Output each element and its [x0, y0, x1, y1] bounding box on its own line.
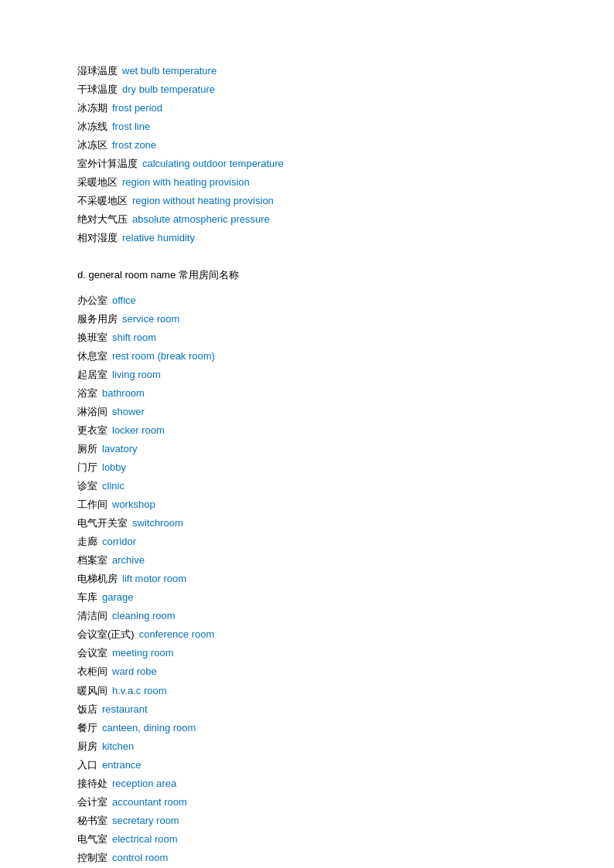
term-row: 冰冻线frost line [77, 117, 537, 136]
term-zh: 不采暖地区 [77, 192, 128, 210]
room-term-en: reception area [112, 774, 176, 793]
room-term-zh: 餐厅 [77, 719, 97, 737]
term-row: 湿球温度wet bulb temperature [77, 62, 537, 80]
term-row: 干球温度dry bulb temperature [77, 80, 537, 99]
room-term-en: control room [112, 849, 168, 867]
term-zh: 冰冻期 [77, 99, 107, 117]
room-term-zh: 入口 [77, 756, 97, 774]
room-term-zh: 门厅 [77, 458, 97, 477]
room-term-zh: 浴室 [77, 384, 97, 403]
term-zh: 采暖地区 [77, 173, 118, 192]
term-en: relative humidity [122, 229, 195, 247]
room-term-en: living room [112, 366, 161, 384]
room-term-row: 厨房kitchen [77, 737, 537, 756]
room-term-en: lobby [102, 458, 126, 477]
room-term-row: 走廊corridor [77, 533, 537, 551]
room-term-en: bathroom [102, 384, 145, 403]
term-row: 相对湿度relative humidity [77, 229, 537, 247]
term-en: frost line [112, 117, 150, 136]
room-term-row: 淋浴间shower [77, 403, 537, 421]
term-en: frost zone [112, 136, 156, 155]
room-term-row: 控制室control room [77, 849, 537, 867]
room-term-zh: 厕所 [77, 440, 97, 458]
room-term-row: 档案室archive [77, 551, 537, 570]
term-en: absolute atmospheric pressure [132, 210, 270, 229]
room-term-row: 电气室electrical room [77, 830, 537, 849]
room-term-row: 更衣室locker room [77, 421, 537, 440]
room-term-zh: 电气室 [77, 830, 107, 849]
room-term-zh: 饭店 [77, 700, 97, 719]
term-row: 冰冻期frost period [77, 99, 537, 117]
room-term-row: 餐厅canteen, dining room [77, 719, 537, 737]
term-zh: 湿球温度 [77, 62, 118, 80]
term-zh: 冰冻区 [77, 136, 107, 155]
room-term-row: 会议室meeting room [77, 644, 537, 662]
room-term-row: 休息室rest room (break room) [77, 347, 537, 366]
room-term-en: kitchen [102, 737, 134, 756]
room-term-en: shift room [112, 328, 156, 347]
room-term-zh: 淋浴间 [77, 403, 107, 421]
room-term-zh: 走廊 [77, 533, 97, 551]
room-terms-list: 办公室office服务用房service room换班室shift room休息… [77, 291, 537, 867]
room-term-row: 清洁间cleaning room [77, 607, 537, 625]
room-term-row: 接待处reception area [77, 774, 537, 793]
room-term-zh: 清洁间 [77, 607, 107, 625]
terms-list: 湿球温度wet bulb temperature干球温度dry bulb tem… [77, 62, 537, 247]
room-term-zh: 秘书室 [77, 812, 107, 830]
room-term-en: canteen, dining room [102, 719, 196, 737]
room-term-en: lift motor room [122, 570, 186, 588]
room-term-zh: 厨房 [77, 737, 97, 756]
room-term-en: accountant room [112, 793, 187, 812]
room-term-en: service room [122, 310, 179, 328]
room-term-en: garage [102, 588, 133, 607]
room-term-row: 衣柜间ward robe [77, 662, 537, 681]
term-zh: 室外计算温度 [77, 155, 138, 173]
room-term-en: lavatory [102, 440, 138, 458]
room-term-zh: 工作间 [77, 495, 107, 514]
term-row: 绝对大气压absolute atmospheric pressure [77, 210, 537, 229]
room-term-zh: 档案室 [77, 551, 107, 570]
term-row: 室外计算温度calculating outdoor temperature [77, 155, 537, 173]
room-term-row: 办公室office [77, 291, 537, 310]
room-term-row: 门厅lobby [77, 458, 537, 477]
room-term-zh: 车库 [77, 588, 97, 607]
room-term-row: 会议室(正式)conference room [77, 625, 537, 644]
room-term-zh: 办公室 [77, 291, 107, 310]
room-term-en: meeting room [112, 644, 173, 662]
room-term-row: 车库garage [77, 588, 537, 607]
room-term-zh: 换班室 [77, 328, 107, 347]
room-term-row: 饭店restaurant [77, 700, 537, 719]
term-row: 不采暖地区region without heating provision [77, 192, 537, 210]
room-term-row: 会计室accountant room [77, 793, 537, 812]
room-term-zh: 会议室 [77, 644, 107, 662]
room-term-zh: 诊室 [77, 477, 97, 495]
room-term-row: 入口entrance [77, 756, 537, 774]
room-term-row: 电梯机房lift motor room [77, 570, 537, 588]
room-term-en: ward robe [112, 662, 157, 681]
room-term-en: workshop [112, 495, 155, 514]
room-term-zh: 接待处 [77, 774, 107, 793]
term-en: dry bulb temperature [122, 80, 215, 99]
section-d-header: d. general room name 常用房间名称 [77, 266, 537, 284]
term-row: 采暖地区region with heating provision [77, 173, 537, 192]
room-term-en: entrance [102, 756, 142, 774]
room-term-en: secretary room [112, 812, 179, 830]
term-en: region with heating provision [122, 173, 250, 192]
room-term-row: 电气开关室switchroom [77, 514, 537, 533]
room-term-zh: 更衣室 [77, 421, 107, 440]
term-en: region without heating provision [132, 192, 274, 210]
room-term-zh: 服务用房 [77, 310, 118, 328]
room-term-en: clinic [102, 477, 125, 495]
room-term-zh: 衣柜间 [77, 662, 107, 681]
room-term-row: 浴室bathroom [77, 384, 537, 403]
term-zh: 绝对大气压 [77, 210, 128, 229]
term-row: 冰冻区frost zone [77, 136, 537, 155]
room-term-row: 暖风间h.v.a.c room [77, 682, 537, 700]
room-term-en: archive [112, 551, 145, 570]
room-term-row: 工作间workshop [77, 495, 537, 514]
room-term-zh: 会议室(正式) [77, 625, 135, 644]
room-term-row: 起居室living room [77, 366, 537, 384]
room-term-en: office [112, 291, 136, 310]
room-term-en: cleaning room [112, 607, 176, 625]
term-en: wet bulb temperature [122, 62, 217, 80]
